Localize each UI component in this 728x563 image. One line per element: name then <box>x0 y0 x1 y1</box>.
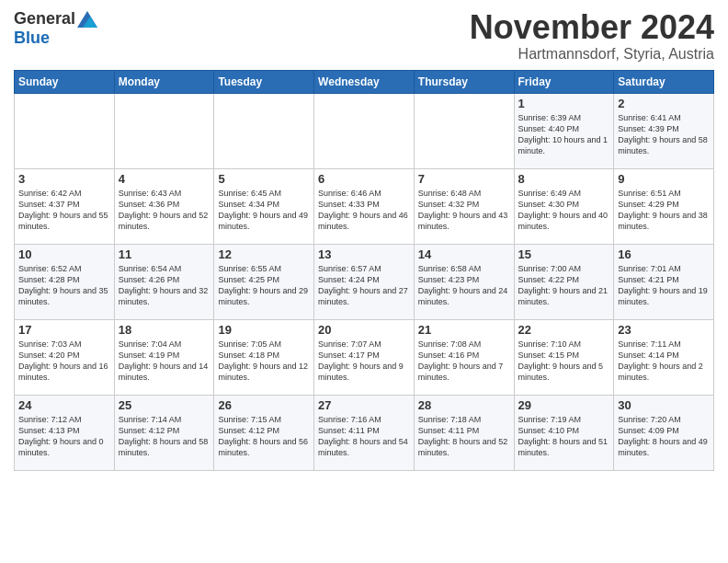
calendar-cell: 7Sunrise: 6:48 AM Sunset: 4:32 PM Daylig… <box>414 168 514 244</box>
calendar-cell: 30Sunrise: 7:20 AM Sunset: 4:09 PM Dayli… <box>614 395 714 470</box>
day-info: Sunrise: 7:07 AM Sunset: 4:17 PM Dayligh… <box>318 339 410 384</box>
col-wednesday: Wednesday <box>314 70 415 93</box>
day-info: Sunrise: 6:46 AM Sunset: 4:33 PM Dayligh… <box>318 188 410 233</box>
header: General Blue November 2024 Hartmannsdorf… <box>14 9 714 63</box>
day-info: Sunrise: 7:12 AM Sunset: 4:13 PM Dayligh… <box>18 414 110 459</box>
day-number: 20 <box>318 323 410 337</box>
day-info: Sunrise: 7:19 AM Sunset: 4:10 PM Dayligh… <box>518 414 610 459</box>
col-tuesday: Tuesday <box>214 70 314 93</box>
day-info: Sunrise: 6:54 AM Sunset: 4:26 PM Dayligh… <box>119 263 210 308</box>
day-info: Sunrise: 7:16 AM Sunset: 4:11 PM Dayligh… <box>318 414 410 459</box>
day-info: Sunrise: 6:49 AM Sunset: 4:30 PM Dayligh… <box>518 188 610 233</box>
calendar-cell: 14Sunrise: 6:58 AM Sunset: 4:23 PM Dayli… <box>414 244 514 319</box>
logo-icon <box>77 11 97 28</box>
col-monday: Monday <box>114 70 214 93</box>
day-number: 7 <box>418 172 510 186</box>
day-number: 8 <box>518 172 610 186</box>
day-number: 16 <box>618 247 710 261</box>
week-row-1: 1Sunrise: 6:39 AM Sunset: 4:40 PM Daylig… <box>15 93 714 168</box>
calendar-cell: 27Sunrise: 7:16 AM Sunset: 4:11 PM Dayli… <box>314 395 415 470</box>
col-thursday: Thursday <box>414 70 514 93</box>
day-info: Sunrise: 7:03 AM Sunset: 4:20 PM Dayligh… <box>18 339 110 384</box>
day-info: Sunrise: 7:05 AM Sunset: 4:18 PM Dayligh… <box>218 339 310 384</box>
day-info: Sunrise: 7:04 AM Sunset: 4:19 PM Dayligh… <box>119 339 210 384</box>
calendar-cell <box>114 93 214 168</box>
calendar-cell: 17Sunrise: 7:03 AM Sunset: 4:20 PM Dayli… <box>15 319 115 395</box>
day-info: Sunrise: 6:39 AM Sunset: 4:40 PM Dayligh… <box>518 112 610 157</box>
day-info: Sunrise: 7:18 AM Sunset: 4:11 PM Dayligh… <box>418 414 510 459</box>
calendar-cell <box>214 93 314 168</box>
day-number: 25 <box>119 398 210 412</box>
day-info: Sunrise: 6:41 AM Sunset: 4:39 PM Dayligh… <box>618 112 710 157</box>
week-row-2: 3Sunrise: 6:42 AM Sunset: 4:37 PM Daylig… <box>15 168 714 244</box>
calendar-cell: 1Sunrise: 6:39 AM Sunset: 4:40 PM Daylig… <box>514 93 614 168</box>
header-row: Sunday Monday Tuesday Wednesday Thursday… <box>15 70 714 93</box>
calendar-cell: 12Sunrise: 6:55 AM Sunset: 4:25 PM Dayli… <box>214 244 314 319</box>
day-info: Sunrise: 7:01 AM Sunset: 4:21 PM Dayligh… <box>618 263 710 308</box>
calendar-cell: 20Sunrise: 7:07 AM Sunset: 4:17 PM Dayli… <box>314 319 415 395</box>
calendar-cell: 22Sunrise: 7:10 AM Sunset: 4:15 PM Dayli… <box>514 319 614 395</box>
day-info: Sunrise: 6:45 AM Sunset: 4:34 PM Dayligh… <box>218 188 310 233</box>
day-number: 1 <box>518 97 610 110</box>
day-info: Sunrise: 7:14 AM Sunset: 4:12 PM Dayligh… <box>119 414 210 459</box>
day-number: 30 <box>618 398 710 412</box>
location: Hartmannsdorf, Styria, Austria <box>470 46 714 63</box>
calendar-cell: 15Sunrise: 7:00 AM Sunset: 4:22 PM Dayli… <box>514 244 614 319</box>
day-info: Sunrise: 7:08 AM Sunset: 4:16 PM Dayligh… <box>418 339 510 384</box>
calendar-cell <box>314 93 415 168</box>
day-number: 5 <box>218 172 310 186</box>
calendar-cell: 10Sunrise: 6:52 AM Sunset: 4:28 PM Dayli… <box>15 244 115 319</box>
calendar-cell: 23Sunrise: 7:11 AM Sunset: 4:14 PM Dayli… <box>614 319 714 395</box>
logo-general: General <box>14 9 75 29</box>
day-number: 18 <box>119 323 210 337</box>
calendar-cell: 24Sunrise: 7:12 AM Sunset: 4:13 PM Dayli… <box>15 395 115 470</box>
day-number: 10 <box>18 247 110 261</box>
title-block: November 2024 Hartmannsdorf, Styria, Aus… <box>470 9 714 63</box>
week-row-3: 10Sunrise: 6:52 AM Sunset: 4:28 PM Dayli… <box>15 244 714 319</box>
day-number: 29 <box>518 398 610 412</box>
day-number: 11 <box>119 247 210 261</box>
day-number: 4 <box>119 172 210 186</box>
day-number: 27 <box>318 398 410 412</box>
day-number: 3 <box>18 172 110 186</box>
day-info: Sunrise: 6:55 AM Sunset: 4:25 PM Dayligh… <box>218 263 310 308</box>
col-sunday: Sunday <box>15 70 115 93</box>
day-info: Sunrise: 7:20 AM Sunset: 4:09 PM Dayligh… <box>618 414 710 459</box>
month-title: November 2024 <box>470 9 714 46</box>
calendar-cell: 26Sunrise: 7:15 AM Sunset: 4:12 PM Dayli… <box>214 395 314 470</box>
day-number: 2 <box>618 97 710 110</box>
day-number: 15 <box>518 247 610 261</box>
logo-text: General <box>14 9 97 29</box>
calendar-cell: 8Sunrise: 6:49 AM Sunset: 4:30 PM Daylig… <box>514 168 614 244</box>
calendar-cell: 21Sunrise: 7:08 AM Sunset: 4:16 PM Dayli… <box>414 319 514 395</box>
logo-blue: Blue <box>14 29 50 47</box>
day-info: Sunrise: 7:00 AM Sunset: 4:22 PM Dayligh… <box>518 263 610 308</box>
calendar-cell <box>414 93 514 168</box>
day-number: 21 <box>418 323 510 337</box>
calendar-cell: 18Sunrise: 7:04 AM Sunset: 4:19 PM Dayli… <box>114 319 214 395</box>
day-info: Sunrise: 6:57 AM Sunset: 4:24 PM Dayligh… <box>318 263 410 308</box>
day-number: 23 <box>618 323 710 337</box>
day-info: Sunrise: 7:11 AM Sunset: 4:14 PM Dayligh… <box>618 339 710 384</box>
col-friday: Friday <box>514 70 614 93</box>
day-info: Sunrise: 6:52 AM Sunset: 4:28 PM Dayligh… <box>18 263 110 308</box>
calendar-cell: 29Sunrise: 7:19 AM Sunset: 4:10 PM Dayli… <box>514 395 614 470</box>
day-info: Sunrise: 6:51 AM Sunset: 4:29 PM Dayligh… <box>618 188 710 233</box>
calendar-cell <box>15 93 115 168</box>
calendar-cell: 13Sunrise: 6:57 AM Sunset: 4:24 PM Dayli… <box>314 244 415 319</box>
day-info: Sunrise: 6:42 AM Sunset: 4:37 PM Dayligh… <box>18 188 110 233</box>
day-number: 6 <box>318 172 410 186</box>
day-number: 24 <box>18 398 110 412</box>
col-saturday: Saturday <box>614 70 714 93</box>
calendar-cell: 28Sunrise: 7:18 AM Sunset: 4:11 PM Dayli… <box>414 395 514 470</box>
day-number: 19 <box>218 323 310 337</box>
calendar-cell: 11Sunrise: 6:54 AM Sunset: 4:26 PM Dayli… <box>114 244 214 319</box>
calendar-cell: 2Sunrise: 6:41 AM Sunset: 4:39 PM Daylig… <box>614 93 714 168</box>
calendar-cell: 19Sunrise: 7:05 AM Sunset: 4:18 PM Dayli… <box>214 319 314 395</box>
logo-blue-text: Blue <box>14 29 50 48</box>
day-number: 28 <box>418 398 510 412</box>
page-container: General Blue November 2024 Hartmannsdorf… <box>0 0 728 480</box>
day-info: Sunrise: 6:48 AM Sunset: 4:32 PM Dayligh… <box>418 188 510 233</box>
day-number: 22 <box>518 323 610 337</box>
day-info: Sunrise: 7:15 AM Sunset: 4:12 PM Dayligh… <box>218 414 310 459</box>
